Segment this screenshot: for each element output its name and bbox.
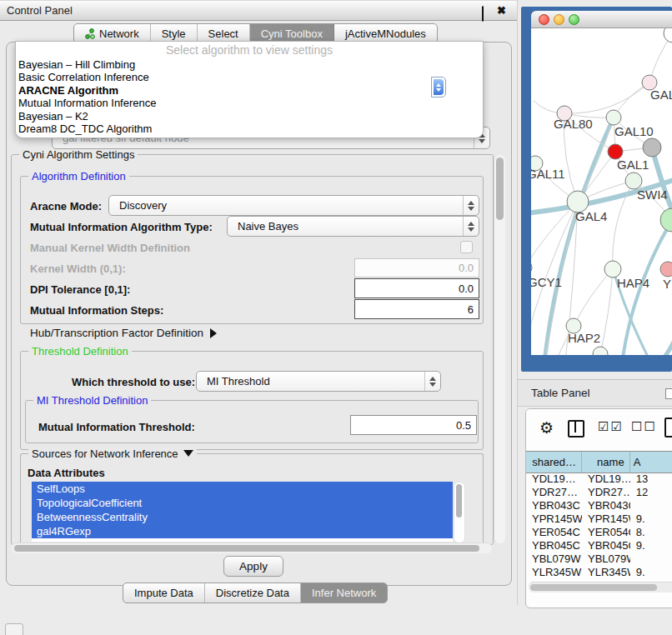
table-cell: YLR345W xyxy=(582,566,630,579)
kernel-width-value: 0.0 xyxy=(459,262,474,274)
manual-kernel-width-label: Manual Kernel Width Definition xyxy=(30,242,190,254)
column-header-name[interactable]: name xyxy=(582,452,630,472)
apply-button[interactable]: Apply xyxy=(223,556,283,577)
sources-title[interactable]: Sources for Network Inference xyxy=(28,448,197,460)
combobox-stepper-icon xyxy=(463,217,479,236)
mi-steps-label: Mutual Information Steps: xyxy=(30,304,163,317)
focused-combobox-stepper-icon[interactable] xyxy=(431,77,446,98)
network-node-label: HAP4 xyxy=(617,276,649,290)
table-header-row: shared…nameA xyxy=(526,451,672,473)
table-cell: YBR045C xyxy=(582,539,630,552)
hub-definition-label: Hub/Transcription Factor Definition xyxy=(30,327,203,339)
tab-cyni-toolbox-label: Cyni Toolbox xyxy=(261,28,323,40)
mi-algorithm-type-combobox[interactable]: Naive Bayes xyxy=(227,216,479,237)
network-node-gcy1[interactable] xyxy=(531,260,532,275)
algorithm-option-bayesian-hill-climbing[interactable]: Bayesian – Hill Climbing xyxy=(16,58,483,71)
select-all-checks-icon[interactable]: ☑☑ xyxy=(598,419,624,434)
data-attributes-list[interactable]: SelfLoopsTopologicalCoefficientBetweenne… xyxy=(32,482,453,542)
table-row[interactable]: YBR043CYBR043C xyxy=(526,499,672,512)
algorithm-option-aracne-algorithm[interactable]: ARACNE Algorithm xyxy=(16,84,483,97)
table-cell: YBL079W xyxy=(526,552,582,566)
attribute-item-selfloops[interactable]: SelfLoops xyxy=(32,482,453,496)
settings-hscrollbar[interactable] xyxy=(12,542,492,553)
table-cell: YBR043C xyxy=(526,499,582,512)
network-window-titlebar[interactable] xyxy=(531,11,672,28)
control-panel-title: Control Panel xyxy=(7,4,73,17)
network-node-label: GCY1 xyxy=(531,275,562,289)
close-window-icon[interactable] xyxy=(539,14,549,25)
table-cell: YPR145W xyxy=(526,512,582,526)
network-node[interactable] xyxy=(593,347,608,355)
dpi-tolerance-field[interactable]: 0.0 xyxy=(354,278,479,298)
close-panel-icon[interactable]: ✖ xyxy=(497,6,506,15)
float-panel-icon[interactable] xyxy=(482,7,484,22)
table-row[interactable]: YBR045CYBR045C9. xyxy=(526,539,672,552)
which-threshold-label: Which threshold to use: xyxy=(72,376,195,388)
attributes-scrollbar[interactable] xyxy=(454,482,465,543)
algorithm-option-dream8-dc-tdc-algorithm[interactable]: Dream8 DC_TDC Algorithm xyxy=(16,122,483,135)
clear-all-checks-icon[interactable]: ☐☐ xyxy=(631,419,657,434)
network-node[interactable] xyxy=(664,28,672,42)
combobox-stepper-icon xyxy=(424,372,440,391)
table-row[interactable]: YPR145WYPR145W9. xyxy=(526,512,672,526)
aracne-mode-combobox[interactable]: Discovery xyxy=(108,195,479,216)
network-node[interactable] xyxy=(643,138,661,157)
network-node-label: GAL7 xyxy=(650,88,672,102)
table-row[interactable]: YDL19…YDL19…13 xyxy=(526,472,672,486)
tab-select-label: Select xyxy=(208,28,238,40)
network-node-y[interactable] xyxy=(660,262,672,277)
network-node-gal10[interactable] xyxy=(606,110,621,125)
algorithm-definition-title: Algorithm Definition xyxy=(28,170,129,182)
table-cell: YDR27… xyxy=(526,486,582,499)
hub-definition-expander[interactable]: Hub/Transcription Factor Definition xyxy=(30,327,217,339)
zoom-window-icon[interactable] xyxy=(569,14,579,25)
docked-panel-icon[interactable] xyxy=(5,623,23,635)
mi-algorithm-type-value: Naive Bayes xyxy=(228,220,463,232)
network-node[interactable] xyxy=(660,208,672,232)
attribute-item-topologicalcoefficient[interactable]: TopologicalCoefficient xyxy=(32,496,453,510)
table-toolbar: ⚙ ☑☑ ☐☐ xyxy=(526,409,672,447)
minimize-window-icon[interactable] xyxy=(554,14,564,25)
network-node-label: GAL80 xyxy=(554,117,593,131)
network-node-label: GAL1 xyxy=(617,158,649,172)
column-header-shared-[interactable]: shared… xyxy=(526,452,582,472)
new-file-icon[interactable] xyxy=(664,418,672,438)
algorithm-option-mutual-information-inference[interactable]: Mutual Information Inference xyxy=(16,97,483,109)
bottom-tab-impute-data[interactable]: Impute Data xyxy=(123,583,205,602)
table-row[interactable]: YBL079WYBL079W xyxy=(526,552,672,566)
table-cell: 8. xyxy=(630,526,672,539)
algorithm-option-basic-correlation-inference[interactable]: Basic Correlation Inference xyxy=(16,71,483,83)
mi-threshold-field[interactable]: 0.5 xyxy=(350,415,477,435)
kernel-width-field[interactable]: 0.0 xyxy=(354,258,479,278)
settings-scrollbar[interactable] xyxy=(494,155,505,543)
bottom-tab-infer-network[interactable]: Infer Network xyxy=(301,583,387,602)
dpi-tolerance-value: 0.0 xyxy=(459,282,474,295)
table-row[interactable]: YLR345WYLR345W9. xyxy=(526,566,672,579)
table-cell: YDL19… xyxy=(582,472,630,486)
which-threshold-combobox[interactable]: MI Threshold xyxy=(196,371,441,392)
mi-steps-field[interactable]: 6 xyxy=(354,299,479,319)
algorithm-dropdown-list: Bayesian – Hill ClimbingBasic Correlatio… xyxy=(16,58,483,135)
network-node-swi4[interactable] xyxy=(625,172,642,189)
algorithm-dropdown-placeholder: Select algorithm to view settings xyxy=(16,42,483,58)
manual-kernel-width-checkbox[interactable] xyxy=(460,241,473,253)
aracne-mode-value: Discovery xyxy=(109,199,463,212)
table-row[interactable]: YDR27…YDR27…12 xyxy=(526,486,672,499)
float-panel-icon[interactable] xyxy=(665,388,672,399)
network-canvas[interactable]: GAL7GAL80GAL10GAL1GAL11SWI4GAL4GCY1HAP4Y… xyxy=(531,28,672,355)
algorithm-option-bayesian-k2[interactable]: Bayesian – K2 xyxy=(16,110,483,122)
control-panel-titlebar: Control Panel ✖ xyxy=(0,0,517,21)
attribute-item-gal4rgexp[interactable]: gal4RGexp xyxy=(32,524,453,538)
table-cell: YER054C xyxy=(582,526,630,539)
column-header-a[interactable]: A xyxy=(630,452,672,472)
split-columns-icon[interactable] xyxy=(568,420,584,438)
table-cell: 12 xyxy=(630,486,672,499)
bottom-tab-discretize-data[interactable]: Discretize Data xyxy=(205,583,301,602)
table-hscrollbar[interactable] xyxy=(529,582,672,592)
gear-icon[interactable]: ⚙ xyxy=(539,420,554,436)
table-panel-title: Table Panel xyxy=(531,387,590,399)
table-row[interactable]: YER054CYER054C8. xyxy=(526,526,672,539)
attribute-item-betweennesscentrality[interactable]: BetweennessCentrality xyxy=(32,510,453,524)
network-node-hap4[interactable] xyxy=(604,261,621,278)
network-edge xyxy=(574,269,613,326)
